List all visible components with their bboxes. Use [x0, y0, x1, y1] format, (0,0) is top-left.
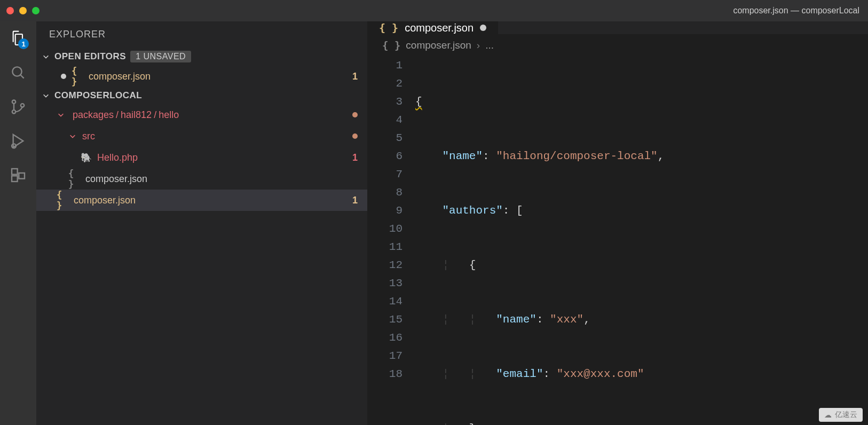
watermark: ☁ 亿速云 — [819, 408, 863, 422]
tree-file-composer-root[interactable]: { } composer.json 1 — [36, 190, 367, 211]
json-file-icon: { } — [382, 40, 400, 51]
explorer-badge: 1 — [18, 38, 29, 49]
source-control-icon[interactable] — [7, 96, 29, 117]
code-editor[interactable]: 1 2 3 4 5 6 7 8 9 10 11 12 13 14 15 16 1… — [367, 57, 868, 425]
search-icon[interactable] — [7, 62, 29, 83]
breadcrumb-file: composer.json — [406, 40, 471, 51]
folder-name: src — [82, 131, 347, 142]
php-file-icon: 🐘 — [80, 152, 92, 163]
tabs-bar: { } composer.json — [367, 21, 868, 34]
svg-line-1 — [20, 75, 23, 78]
folder-path: packages/hail812/hello — [70, 109, 347, 121]
sidebar-title: EXPLORER — [36, 21, 367, 48]
tab-composer-json[interactable]: { } composer.json — [367, 21, 499, 34]
json-file-icon: { } — [57, 190, 68, 211]
tab-label: composer.json — [405, 22, 474, 34]
breadcrumbs[interactable]: { } composer.json › ... — [367, 34, 868, 57]
git-status-dot-icon — [352, 112, 358, 117]
svg-point-2 — [12, 100, 15, 103]
tree-folder-src[interactable]: src — [36, 125, 367, 147]
file-badge: 1 — [352, 195, 358, 206]
dirty-indicator-icon — [61, 74, 66, 79]
tree-folder-packages[interactable]: packages/hail812/hello — [36, 104, 367, 125]
svg-rect-6 — [12, 169, 18, 175]
file-name: composer.json — [74, 195, 347, 206]
line-numbers: 1 2 3 4 5 6 7 8 9 10 11 12 13 14 15 16 1… — [367, 57, 415, 425]
maximize-window-button[interactable] — [32, 7, 40, 14]
titlebar: composer.json — composerLocal — [0, 0, 868, 21]
git-status-dot-icon — [352, 133, 358, 139]
open-editor-filename: composer.json — [89, 71, 347, 82]
sidebar: EXPLORER OPEN EDITORS 1 UNSAVED { } comp… — [36, 21, 367, 425]
editor-area: { } composer.json { } composer.json › ..… — [367, 21, 868, 425]
activity-bar: 1 — [0, 21, 36, 425]
svg-point-0 — [12, 67, 21, 76]
file-name: composer.json — [85, 174, 358, 185]
run-debug-icon[interactable] — [7, 130, 29, 152]
chevron-down-icon — [57, 111, 65, 119]
breadcrumb-separator-icon: › — [477, 40, 480, 51]
json-file-icon: { } — [68, 168, 80, 190]
unsaved-badge: 1 UNSAVED — [130, 51, 191, 62]
file-name: Hello.php — [97, 152, 347, 163]
open-editor-badge: 1 — [352, 71, 358, 82]
minimize-window-button[interactable] — [19, 7, 27, 14]
chevron-down-icon — [42, 52, 50, 61]
workspace-header[interactable]: COMPOSERLOCAL — [36, 87, 367, 104]
window-controls — [6, 7, 40, 14]
explorer-icon[interactable]: 1 — [7, 28, 29, 49]
file-badge: 1 — [352, 152, 358, 163]
chevron-down-icon — [42, 91, 50, 100]
open-editors-header[interactable]: OPEN EDITORS 1 UNSAVED — [36, 48, 367, 66]
tree-file-hello-php[interactable]: 🐘 Hello.php 1 — [36, 147, 367, 168]
open-editor-item[interactable]: { } composer.json 1 — [36, 66, 367, 87]
dirty-indicator-icon — [480, 25, 486, 31]
open-editors-label: OPEN EDITORS — [54, 51, 126, 62]
svg-point-3 — [12, 110, 15, 113]
breadcrumb-more: ... — [485, 40, 494, 51]
window-title: composer.json — composerLocal — [733, 6, 859, 15]
json-file-icon: { } — [379, 21, 398, 34]
svg-point-4 — [21, 104, 24, 107]
tree-file-composer-sub[interactable]: { } composer.json — [36, 168, 367, 190]
json-file-icon: { } — [72, 66, 83, 87]
svg-rect-8 — [19, 173, 25, 179]
extensions-icon[interactable] — [7, 164, 29, 186]
svg-rect-7 — [12, 176, 18, 182]
workspace-label: COMPOSERLOCAL — [54, 90, 142, 101]
code-content[interactable]: { "name": "hailong/composer-local", "aut… — [415, 57, 868, 425]
close-window-button[interactable] — [6, 7, 14, 14]
chevron-down-icon — [68, 132, 77, 140]
cloud-icon: ☁ — [824, 411, 832, 419]
